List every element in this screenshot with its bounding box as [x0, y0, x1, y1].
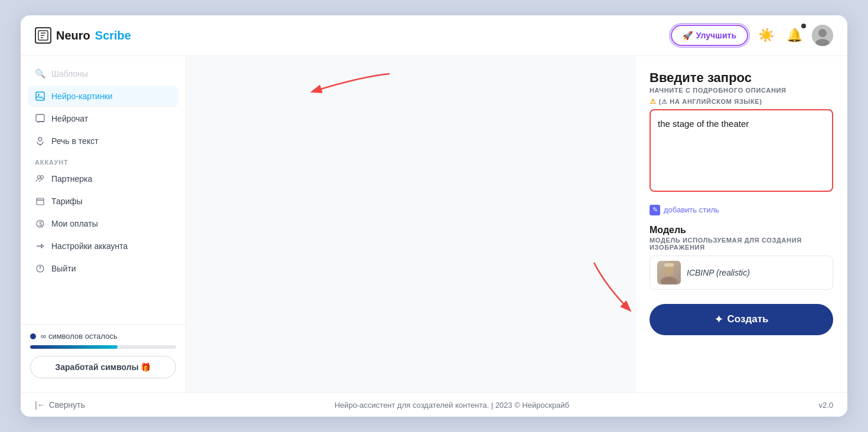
- svg-rect-22: [664, 263, 674, 267]
- query-subtitle: НАЧНИТЕ С ПОДРОБНОГО ОПИСАНИЯ: [650, 87, 833, 94]
- sun-icon: ☀️: [758, 28, 774, 43]
- main-body: 🔍 Шаблоны Нейро-картинки: [21, 56, 847, 392]
- neuro-pictures-label: Нейро-картинки: [51, 91, 113, 101]
- sidebar: 🔍 Шаблоны Нейро-картинки: [21, 56, 186, 392]
- rocket-icon: 🚀: [683, 31, 693, 40]
- symbols-row: ∞ символов осталось: [30, 332, 176, 341]
- model-section: Модель МОДЕЛЬ ИСПОЛЬЗУЕМАЯ ДЛЯ СОЗДАНИЯ …: [650, 225, 833, 290]
- query-subtitle-text2: (⚠ НА АНГЛИЙСКОМ ЯЗЫКЕ): [659, 98, 762, 106]
- collapse-button[interactable]: |← Свернуть: [35, 400, 85, 410]
- upgrade-button[interactable]: 🚀 Улучшить: [671, 25, 748, 46]
- neuro-chat-icon: [35, 113, 45, 124]
- logout-label: Выйти: [51, 264, 76, 273]
- create-label: Создать: [727, 313, 769, 325]
- payments-label: Мои оплаты: [51, 219, 98, 228]
- sidebar-item-partner[interactable]: Партнерка: [28, 168, 178, 189]
- sidebar-item-hidden[interactable]: 🔍 Шаблоны: [28, 63, 178, 84]
- create-icon: ✦: [714, 313, 723, 326]
- sidebar-item-neuro-pictures[interactable]: Нейро-картинки: [28, 86, 178, 107]
- theme-button[interactable]: ☀️: [755, 25, 776, 46]
- upgrade-label: Улучшить: [696, 31, 736, 40]
- model-title: Модель: [650, 225, 833, 235]
- svg-point-12: [38, 176, 41, 179]
- add-style-button[interactable]: ✎ добавить стиль: [650, 205, 719, 215]
- account-settings-icon: [35, 241, 45, 251]
- account-settings-label: Настройки аккаунта: [51, 241, 128, 251]
- symbols-label: ∞ символов осталось: [41, 332, 118, 341]
- query-subtitle-text1: НАЧНИТЕ С ПОДРОБНОГО ОПИСАНИЯ: [650, 87, 787, 94]
- logo-icon: [35, 27, 51, 44]
- progress-bar-wrap: [30, 345, 176, 349]
- logo-neuro-text: Neuro: [56, 29, 90, 42]
- earn-symbols-button[interactable]: Заработай символы 🎁: [30, 356, 176, 378]
- payments-icon: $: [35, 218, 45, 229]
- logo-scribe-text: Scribe: [95, 29, 131, 42]
- progress-bar-fill: [30, 345, 118, 349]
- sidebar-item-plans[interactable]: Тарифы: [28, 191, 178, 212]
- svg-text:$: $: [39, 221, 43, 227]
- neuro-chat-label: Нейрочат: [51, 114, 88, 123]
- model-name: ICBINP (realistic): [687, 268, 750, 277]
- hidden-icon: 🔍: [35, 68, 45, 79]
- red-arrow-sidebar: [301, 68, 396, 103]
- create-button[interactable]: ✦ Создать: [650, 304, 833, 335]
- warning-icon: ⚠: [650, 97, 657, 106]
- svg-rect-9: [36, 114, 44, 122]
- logout-icon: [35, 263, 45, 274]
- footer-center-text: Нейро-ассистент для создателей контента.…: [334, 401, 569, 410]
- plans-icon: [35, 196, 45, 207]
- content-area: [186, 56, 635, 392]
- header: NeuroScribe 🚀 Улучшить ☀️ 🔔: [21, 15, 847, 56]
- svg-point-5: [818, 29, 827, 37]
- model-thumb-inner: [657, 261, 681, 284]
- notification-button[interactable]: 🔔: [784, 25, 805, 46]
- plans-label: Тарифы: [51, 197, 83, 206]
- sidebar-item-neuro-chat[interactable]: Нейрочат: [28, 108, 178, 129]
- sidebar-item-speech[interactable]: Речь в текст: [28, 130, 178, 152]
- svg-point-21: [661, 277, 677, 284]
- model-thumbnail: [657, 261, 681, 284]
- speech-label: Речь в текст: [51, 136, 99, 146]
- footer-version: v2.0: [818, 401, 833, 410]
- infinity-dot: [30, 333, 36, 339]
- model-subtitle: МОДЕЛЬ ИСПОЛЬЗУЕМАЯ ДЛЯ СОЗДАНИЯ ИЗОБРАЖ…: [650, 237, 833, 251]
- bell-wrap: 🔔: [784, 25, 805, 46]
- query-title: Введите запрос: [650, 70, 833, 86]
- speech-icon: [35, 136, 45, 146]
- svg-point-8: [38, 94, 40, 96]
- partner-label: Партнерка: [51, 174, 92, 184]
- svg-rect-7: [36, 92, 44, 100]
- svg-rect-14: [37, 200, 44, 205]
- add-style-icon: ✎: [650, 205, 660, 215]
- collapse-icon: |←: [35, 400, 45, 410]
- bell-icon: 🔔: [787, 28, 802, 43]
- hidden-label: Шаблоны: [51, 69, 88, 78]
- query-textarea[interactable]: the stage of the theater: [650, 109, 833, 192]
- sidebar-item-payments[interactable]: $ Мои оплаты: [28, 213, 178, 234]
- logo: NeuroScribe: [35, 27, 131, 44]
- partner-icon: [35, 174, 45, 184]
- account-section-label: АККАУНТ: [28, 153, 178, 168]
- sidebar-item-account-settings[interactable]: Настройки аккаунта: [28, 235, 178, 257]
- collapse-label: Свернуть: [49, 400, 85, 410]
- model-selector[interactable]: ICBINP (realistic): [650, 256, 833, 290]
- add-style-section: ✎ добавить стиль: [650, 204, 833, 215]
- header-right: 🚀 Улучшить ☀️ 🔔: [671, 25, 833, 46]
- neuro-pictures-icon: [35, 91, 45, 102]
- sidebar-footer: ∞ символов осталось Заработай символы 🎁: [21, 324, 185, 385]
- query-subtitle2: ⚠ (⚠ НА АНГЛИЙСКОМ ЯЗЫКЕ): [650, 97, 833, 106]
- footer: |← Свернуть Нейро-ассистент для создател…: [21, 392, 847, 417]
- app-window: NeuroScribe 🚀 Улучшить ☀️ 🔔: [21, 15, 847, 417]
- svg-point-13: [41, 176, 44, 179]
- notification-dot: [801, 24, 806, 28]
- query-section: Введите запрос НАЧНИТЕ С ПОДРОБНОГО ОПИС…: [650, 70, 833, 194]
- sidebar-nav: 🔍 Шаблоны Нейро-картинки: [21, 63, 185, 324]
- svg-point-10: [38, 138, 42, 141]
- sidebar-item-logout[interactable]: Выйти: [28, 258, 178, 279]
- right-panel: Введите запрос НАЧНИТЕ С ПОДРОБНОГО ОПИС…: [635, 56, 847, 392]
- avatar[interactable]: [812, 25, 833, 46]
- add-style-label: добавить стиль: [664, 205, 719, 214]
